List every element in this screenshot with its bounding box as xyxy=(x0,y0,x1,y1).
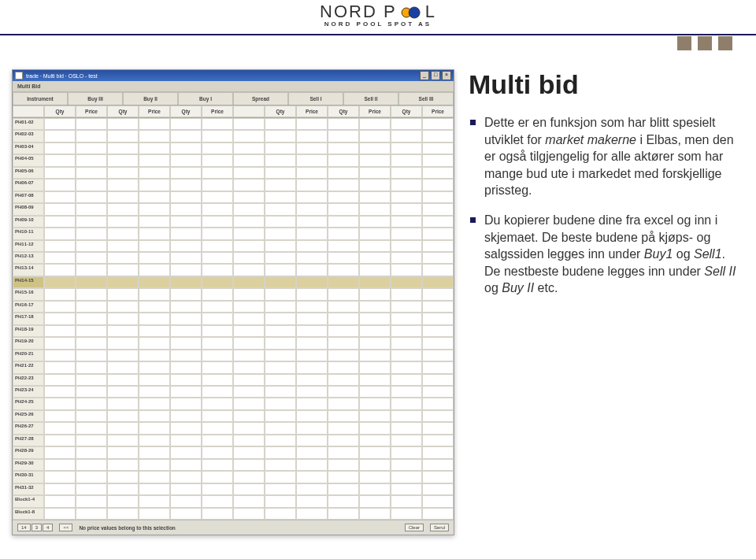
grid-cell[interactable] xyxy=(233,459,265,471)
grid-cell[interactable] xyxy=(202,228,233,239)
grid-cell[interactable] xyxy=(76,361,107,373)
table-row[interactable]: PH25-26 xyxy=(13,410,454,422)
grid-cell[interactable] xyxy=(233,288,265,300)
grid-cell[interactable] xyxy=(233,216,265,228)
maximize-button[interactable]: □ xyxy=(431,71,440,80)
grid-cell[interactable] xyxy=(265,398,296,409)
grid-cell[interactable] xyxy=(422,288,454,300)
grid-cell[interactable] xyxy=(170,130,202,142)
grid-cell[interactable] xyxy=(296,167,328,179)
grid-cell[interactable] xyxy=(391,337,422,349)
grid-cell[interactable] xyxy=(233,508,265,520)
grid-cell[interactable] xyxy=(202,446,233,458)
grid-cell[interactable] xyxy=(265,446,296,458)
grid-cell[interactable] xyxy=(391,252,422,264)
table-row[interactable]: PH08-09 xyxy=(13,203,454,215)
grid-cell[interactable] xyxy=(422,240,454,252)
grid-cell[interactable] xyxy=(76,130,107,142)
table-row[interactable]: PH10-11 xyxy=(13,228,454,239)
grid-cell[interactable] xyxy=(233,276,265,288)
grid-cell[interactable] xyxy=(328,325,359,337)
grid-cell[interactable] xyxy=(359,240,391,252)
grid-cell[interactable] xyxy=(296,386,328,398)
grid-cell[interactable] xyxy=(422,118,454,130)
table-row[interactable]: PH30-31 xyxy=(13,471,454,483)
grid-cell[interactable] xyxy=(265,374,296,386)
grid-cell[interactable] xyxy=(139,325,170,337)
grid-cell[interactable] xyxy=(265,288,296,300)
grid-cell[interactable] xyxy=(391,313,422,324)
grid-cell[interactable] xyxy=(359,203,391,215)
grid-cell[interactable] xyxy=(391,386,422,398)
grid-cell[interactable] xyxy=(265,167,296,179)
grid-cell[interactable] xyxy=(107,301,139,313)
grid-cell[interactable] xyxy=(170,240,202,252)
grid-cell[interactable] xyxy=(139,240,170,252)
grid-cell[interactable] xyxy=(44,167,76,179)
grid-cell[interactable] xyxy=(391,350,422,361)
grid-cell[interactable] xyxy=(265,313,296,324)
table-row[interactable]: PH06-07 xyxy=(13,179,454,191)
table-row[interactable]: PH12-13 xyxy=(13,252,454,264)
table-row[interactable]: PH17-18 xyxy=(13,313,454,324)
table-row[interactable]: PH04-05 xyxy=(13,154,454,166)
grid-cell[interactable] xyxy=(265,483,296,495)
grid-cell[interactable] xyxy=(265,495,296,507)
send-button[interactable]: Send xyxy=(430,524,449,531)
grid-cell[interactable] xyxy=(391,508,422,520)
grid-cell[interactable] xyxy=(265,276,296,288)
grid-cell[interactable] xyxy=(328,410,359,422)
grid-cell[interactable] xyxy=(359,422,391,434)
table-row[interactable]: PH23-24 xyxy=(13,386,454,398)
table-row[interactable]: PH18-19 xyxy=(13,325,454,337)
grid-cell[interactable] xyxy=(233,483,265,495)
grid-cell[interactable] xyxy=(139,301,170,313)
grid-cell[interactable] xyxy=(76,240,107,252)
grid-cell[interactable] xyxy=(44,118,76,130)
grid-cell[interactable] xyxy=(76,350,107,361)
grid-cell[interactable] xyxy=(391,301,422,313)
grid-cell[interactable] xyxy=(76,386,107,398)
grid-cell[interactable] xyxy=(296,410,328,422)
grid-cell[interactable] xyxy=(422,386,454,398)
grid-cell[interactable] xyxy=(202,288,233,300)
table-row[interactable]: PH01-02 xyxy=(13,118,454,130)
grid-cell[interactable] xyxy=(233,471,265,483)
grid-cell[interactable] xyxy=(328,508,359,520)
grid-cell[interactable] xyxy=(170,398,202,409)
grid-cell[interactable] xyxy=(44,203,76,215)
grid-cell[interactable] xyxy=(139,361,170,373)
grid-cell[interactable] xyxy=(296,471,328,483)
grid-cell[interactable] xyxy=(296,276,328,288)
grid-cell[interactable] xyxy=(328,143,359,154)
grid-cell[interactable] xyxy=(422,130,454,142)
grid-cell[interactable] xyxy=(359,446,391,458)
grid-cell[interactable] xyxy=(202,410,233,422)
grid-cell[interactable] xyxy=(391,240,422,252)
grid-cell[interactable] xyxy=(44,495,76,507)
grid-cell[interactable] xyxy=(107,154,139,166)
grid-cell[interactable] xyxy=(202,459,233,471)
grid-cell[interactable] xyxy=(170,216,202,228)
grid-cell[interactable] xyxy=(170,350,202,361)
grid-cell[interactable] xyxy=(296,446,328,458)
grid-cell[interactable] xyxy=(76,435,107,446)
grid-cell[interactable] xyxy=(359,410,391,422)
grid-cell[interactable] xyxy=(233,361,265,373)
table-row[interactable]: PH14-15 xyxy=(13,276,454,288)
grid-cell[interactable] xyxy=(139,483,170,495)
grid-cell[interactable] xyxy=(76,446,107,458)
grid-cell[interactable] xyxy=(296,288,328,300)
grid-cell[interactable] xyxy=(107,130,139,142)
grid-cell[interactable] xyxy=(422,495,454,507)
grid-cell[interactable] xyxy=(328,203,359,215)
grid-cell[interactable] xyxy=(233,410,265,422)
grid-cell[interactable] xyxy=(391,361,422,373)
grid-cell[interactable] xyxy=(359,495,391,507)
grid-cell[interactable] xyxy=(202,374,233,386)
grid-cell[interactable] xyxy=(107,276,139,288)
grid-cell[interactable] xyxy=(76,398,107,409)
grid-cell[interactable] xyxy=(422,143,454,154)
grid-cell[interactable] xyxy=(139,154,170,166)
grid-cell[interactable] xyxy=(76,459,107,471)
